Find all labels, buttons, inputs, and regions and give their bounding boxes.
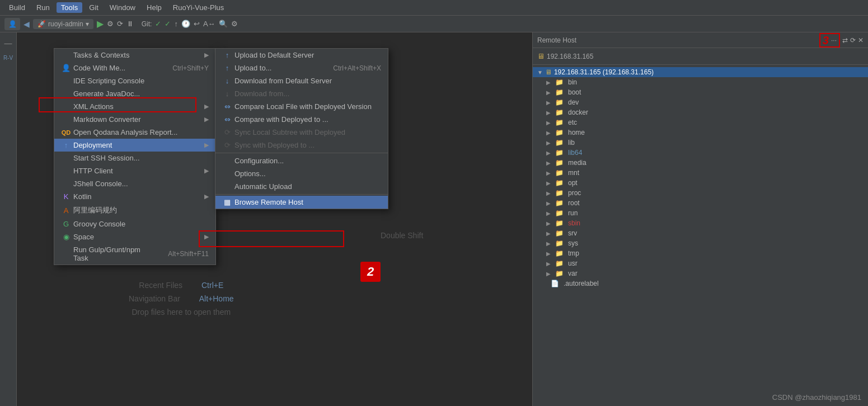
root-chevron: ▼ (537, 69, 543, 75)
toolbar-btn-back[interactable]: ◀ (24, 20, 30, 29)
dep-sync-local[interactable]: ⟳ Sync Local Subtree with Deployed (215, 126, 388, 139)
tree-item[interactable]: ▶📁sbin (533, 218, 868, 228)
tree-item[interactable]: ▶📁usr (533, 258, 868, 268)
git-check[interactable]: ✓ (155, 20, 161, 28)
folder-icon: 📁 (555, 139, 564, 147)
deployment-submenu: ↑ Upload to Default Server ↑ Upload to..… (215, 48, 388, 209)
menu-xml-actions[interactable]: XML Actions ▶ (54, 100, 215, 113)
split-btn[interactable]: ⇄ (842, 36, 848, 44)
deployment-arrow: ▶ (204, 141, 209, 149)
menu-alibaba[interactable]: A 阿里编码规约 (54, 203, 215, 218)
tree-item[interactable]: 📄.autorelabel (533, 278, 868, 289)
tree-item[interactable]: ▶📁lib64 (533, 148, 868, 158)
tree-item[interactable]: ▶📁srv (533, 228, 868, 238)
toolbar-btn3[interactable]: ⏸ (126, 20, 134, 28)
git-check2[interactable]: ✓ (165, 20, 171, 28)
tree-item[interactable]: ▶📁docker (533, 107, 868, 117)
git-undo[interactable]: ↩ (194, 20, 200, 28)
groovy-icon: G (61, 220, 71, 228)
menu-http-client[interactable]: HTTP Client ▶ (54, 164, 215, 177)
editor-area: Tasks & Contexts ▶ 👤 Code With Me... Ctr… (17, 32, 532, 406)
dep-sync-deployed[interactable]: ⟳ Sync with Deployed to ... (215, 139, 388, 152)
tree-item[interactable]: ▶📁etc (533, 117, 868, 128)
menu-groovy[interactable]: G Groovy Console (54, 218, 215, 230)
menu-qodana[interactable]: QD Open Qodana Analysis Report... (54, 126, 215, 139)
tree-item[interactable]: ▶📁run (533, 208, 868, 218)
right-panel-header: Remote Host 3 ··· ⇄ ⟳ ✕ (533, 32, 868, 48)
dep-configuration[interactable]: Configuration... (215, 154, 388, 167)
refresh-btn[interactable]: ⟳ (850, 36, 856, 44)
dep-upload-to[interactable]: ↑ Upload to... Ctrl+Alt+Shift+X (215, 62, 388, 74)
dep-download-from[interactable]: ↓ Download from... (215, 87, 388, 100)
menu-item-build[interactable]: Build (4, 2, 30, 13)
menu-generate-javadoc[interactable]: Generate JavaDoc... (54, 87, 215, 100)
folder-icon: 📁 (555, 239, 564, 247)
tree-item[interactable]: ▶📁var (533, 268, 868, 278)
tree-item[interactable]: ▶📁home (533, 128, 868, 138)
menu-jshell[interactable]: JShell Console... (54, 177, 215, 190)
more-options-btn[interactable]: ··· (831, 36, 837, 44)
tree-item[interactable]: ▶📁proc (533, 188, 868, 198)
item-name: boot (568, 88, 581, 96)
dep-options[interactable]: Options... (215, 167, 388, 180)
menu-item-window[interactable]: Window (105, 2, 140, 13)
tree-item[interactable]: ▶📁sys (533, 238, 868, 248)
tree-root[interactable]: ▼ 🖥 192.168.31.165 (192.168.31.165) (533, 67, 868, 77)
dep-compare-deployed[interactable]: ⇔ Compare with Deployed to ... (215, 113, 388, 126)
menu-item-tools[interactable]: Tools (57, 2, 82, 13)
git-translate[interactable]: A↔ (203, 20, 215, 28)
sidebar-icon-1[interactable]: — (2, 37, 15, 49)
settings-btn[interactable]: ⚙ (231, 20, 238, 28)
menu-ssh[interactable]: Start SSH Session... (54, 152, 215, 164)
toolbar-icon-account[interactable]: 👤 (4, 18, 20, 30)
annotation-label-3: 3 (823, 35, 829, 46)
menu-item-project[interactable]: RuoYi-Vue-Plus (168, 2, 229, 13)
tree-item[interactable]: ▶📁media (533, 158, 868, 168)
sidebar-icon-2[interactable]: R-V (2, 51, 15, 64)
item-chevron: ▶ (546, 200, 551, 206)
tree-item[interactable]: ▶📁opt (533, 178, 868, 188)
menu-space[interactable]: ◉ Space ▶ (54, 230, 215, 243)
menu-gulp[interactable]: Run Gulp/Grunt/npm Task Alt+Shift+F11 (54, 243, 215, 265)
tree-item[interactable]: ▶📁root (533, 198, 868, 208)
tree-item[interactable]: ▶📁boot (533, 87, 868, 97)
menu-item-run[interactable]: Run (32, 2, 54, 13)
tree-item[interactable]: ▶📁lib (533, 138, 868, 148)
menu-kotlin[interactable]: K Kotlin ▶ (54, 190, 215, 203)
menu-ide-scripting[interactable]: IDE Scripting Console (54, 74, 215, 87)
sync-deployed-icon: ⟳ (222, 141, 232, 149)
download-default-icon: ↓ (222, 77, 232, 85)
xml-arrow: ▶ (204, 103, 209, 110)
dep-automatic-upload[interactable]: Automatic Upload (215, 180, 388, 193)
dep-browse-remote[interactable]: ▦ Browse Remote Host (215, 196, 388, 209)
search-btn[interactable]: 🔍 (219, 20, 228, 28)
close-btn[interactable]: ✕ (858, 36, 864, 44)
menu-tasks[interactable]: Tasks & Contexts ▶ (54, 49, 215, 62)
dep-compare-local[interactable]: ⇔ Compare Local File with Deployed Versi… (215, 100, 388, 113)
menu-deployment[interactable]: ↑ Deployment ▶ (54, 139, 215, 152)
toolbar-btn1[interactable]: ⚙ (107, 20, 114, 28)
qodana-icon: QD (61, 129, 71, 136)
item-chevron: ▶ (546, 150, 551, 156)
menu-item-help[interactable]: Help (142, 2, 166, 13)
menu-markdown[interactable]: Markdown Converter ▶ (54, 113, 215, 126)
tree-item[interactable]: ▶📁dev (533, 97, 868, 107)
dep-download-default[interactable]: ↓ Download from Default Server (215, 74, 388, 87)
watermark: CSDN @zhaozhiqiang1981 (772, 393, 861, 402)
tree-item[interactable]: ▶📁tmp (533, 248, 868, 258)
tree-item[interactable]: ▶📁mnt (533, 168, 868, 178)
cwm-icon: 👤 (61, 64, 71, 72)
git-push[interactable]: ↑ (174, 20, 178, 28)
tree-item[interactable]: ▶📁bin (533, 77, 868, 87)
dep-upload-default[interactable]: ↑ Upload to Default Server (215, 49, 388, 62)
run-btn[interactable]: ▶ (97, 18, 104, 29)
toolbar-btn2[interactable]: ⟳ (117, 20, 123, 28)
item-chevron: ▶ (546, 79, 551, 86)
item-chevron: ▶ (546, 140, 551, 146)
git-clock[interactable]: 🕐 (181, 20, 190, 28)
ruoyi-admin-dropdown[interactable]: 🚀 ruoyi-admin ▾ (33, 19, 93, 29)
item-name: media (568, 159, 587, 167)
menu-code-with-me[interactable]: 👤 Code With Me... Ctrl+Shift+Y (54, 62, 215, 74)
right-panel: Remote Host 3 ··· ⇄ ⟳ ✕ 🖥 192.168.31.165… (532, 32, 868, 406)
menu-item-git[interactable]: Git (85, 2, 103, 13)
